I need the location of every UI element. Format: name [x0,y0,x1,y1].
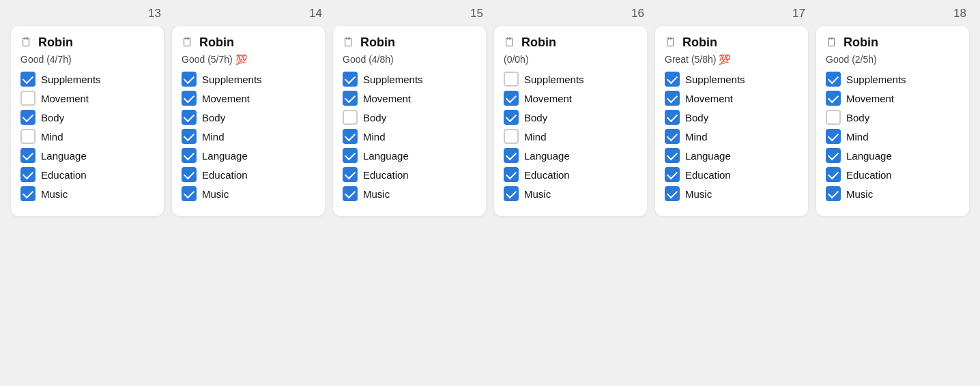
list-item[interactable]: Language [343,148,476,163]
checkbox-supplements[interactable] [665,72,680,87]
checkbox-supplements[interactable] [504,72,519,87]
checkbox-education[interactable] [504,167,519,182]
list-item[interactable]: Music [665,186,798,201]
list-item[interactable]: Supplements [20,72,154,87]
checkbox-body[interactable] [182,110,197,125]
card-name: Robin [360,35,395,50]
list-item[interactable]: Language [665,148,798,163]
list-item[interactable]: Mind [504,129,637,144]
list-item[interactable]: Language [182,148,315,163]
list-item[interactable]: Language [826,148,960,163]
list-item[interactable]: Education [504,167,637,182]
checkbox-movement[interactable] [504,91,519,106]
list-item[interactable]: Education [826,167,960,182]
checkbox-mind[interactable] [826,129,841,144]
checkbox-movement[interactable] [343,91,358,106]
label-language: Language [41,150,87,162]
list-item[interactable]: Movement [665,91,798,106]
checkbox-music[interactable] [504,186,519,201]
checkbox-music[interactable] [343,186,358,201]
list-item[interactable]: Movement [504,91,637,106]
label-movement: Movement [685,93,733,104]
checkbox-supplements[interactable] [826,72,841,87]
card-header: 🗒Robin [20,35,154,50]
checkbox-music[interactable] [826,186,841,201]
document-icon: 🗒 [504,35,516,50]
checkbox-supplements[interactable] [343,72,358,87]
label-language: Language [524,150,570,162]
list-item[interactable]: Mind [20,129,154,144]
list-item[interactable]: Mind [182,129,315,144]
list-item[interactable]: Supplements [826,72,960,87]
list-item[interactable]: Supplements [343,72,476,87]
list-item[interactable]: Body [182,110,315,125]
label-music: Music [524,188,551,200]
checkbox-mind[interactable] [665,129,680,144]
list-item[interactable]: Body [826,110,960,125]
list-item[interactable]: Body [343,110,476,125]
checkbox-music[interactable] [182,186,197,201]
label-education: Education [846,169,892,181]
checkbox-education[interactable] [826,167,841,182]
checkbox-mind[interactable] [504,129,519,144]
list-item[interactable]: Language [20,148,154,163]
checkbox-music[interactable] [20,186,35,201]
list-item[interactable]: Body [665,110,798,125]
checkbox-body[interactable] [826,110,841,125]
list-item[interactable]: Education [665,167,798,182]
label-supplements: Supplements [685,74,745,85]
checkbox-mind[interactable] [343,129,358,144]
checkbox-language[interactable] [826,148,841,163]
checkbox-music[interactable] [665,186,680,201]
checkbox-movement[interactable] [826,91,841,106]
checkbox-body[interactable] [20,110,35,125]
card-name: Robin [199,35,234,50]
checkbox-mind[interactable] [20,129,35,144]
checkbox-language[interactable] [665,148,680,163]
list-item[interactable]: Supplements [504,72,637,87]
list-item[interactable]: Education [343,167,476,182]
list-item[interactable]: Music [504,186,637,201]
label-language: Language [202,150,248,162]
list-item[interactable]: Music [343,186,476,201]
label-body: Body [41,112,64,123]
list-item[interactable]: Movement [826,91,960,106]
card-status: Good (4/8h) [343,54,476,65]
list-item[interactable]: Supplements [182,72,315,87]
checkbox-body[interactable] [343,110,358,125]
checkbox-movement[interactable] [20,91,35,106]
card-18: 🗒RobinGood (2/5h)SupplementsMovementBody… [816,26,969,216]
list-item[interactable]: Music [826,186,960,201]
list-item[interactable]: Music [182,186,315,201]
list-item[interactable]: Mind [826,129,960,144]
list-item[interactable]: Mind [665,129,798,144]
checkbox-supplements[interactable] [182,72,197,87]
list-item[interactable]: Movement [182,91,315,106]
checkbox-education[interactable] [182,167,197,182]
checkbox-language[interactable] [343,148,358,163]
list-item[interactable]: Education [20,167,154,182]
checkbox-movement[interactable] [182,91,197,106]
list-item[interactable]: Mind [343,129,476,144]
list-item[interactable]: Movement [343,91,476,106]
checkbox-mind[interactable] [182,129,197,144]
checkbox-body[interactable] [504,110,519,125]
checkbox-education[interactable] [665,167,680,182]
list-item[interactable]: Body [504,110,637,125]
checkbox-language[interactable] [504,148,519,163]
list-item[interactable]: Body [20,110,154,125]
checkbox-education[interactable] [20,167,35,182]
label-body: Body [524,112,547,123]
list-item[interactable]: Education [182,167,315,182]
checkbox-body[interactable] [665,110,680,125]
checkbox-language[interactable] [20,148,35,163]
checkbox-movement[interactable] [665,91,680,106]
list-item[interactable]: Language [504,148,637,163]
list-item[interactable]: Supplements [665,72,798,87]
checkbox-language[interactable] [182,148,197,163]
checkbox-supplements[interactable] [20,72,35,87]
list-item[interactable]: Music [20,186,154,201]
list-item[interactable]: Movement [20,91,154,106]
checkbox-education[interactable] [343,167,358,182]
card-16: 🗒Robin(0/0h)SupplementsMovementBodyMindL… [494,26,647,216]
